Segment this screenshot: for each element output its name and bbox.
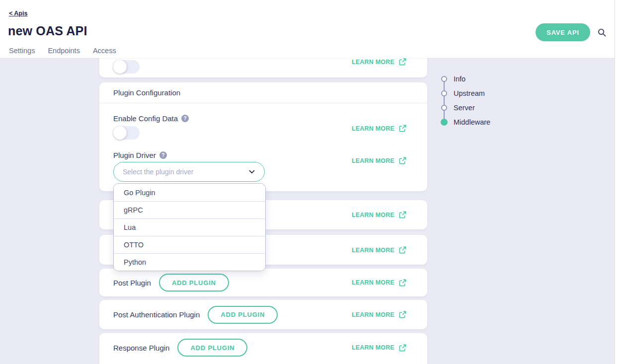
step-circle-icon: [441, 90, 447, 96]
dropdown-option-python[interactable]: Python: [114, 253, 265, 271]
external-link-icon: [399, 211, 406, 218]
step-circle-active-icon: [441, 119, 448, 126]
external-link-icon: [399, 311, 406, 318]
section-title: Plugin Configuration: [113, 88, 180, 97]
external-link-icon: [399, 279, 406, 287]
stepper-label: Middleware: [454, 118, 490, 126]
add-plugin-button[interactable]: ADD PLUGIN: [159, 274, 229, 291]
post-plugin-label: Post Plugin: [113, 279, 151, 287]
learn-more-label: LEARN MORE: [352, 157, 394, 164]
post-authentication-plugin-card: Post Authentication Plugin ADD PLUGIN LE…: [99, 300, 427, 329]
learn-more-link[interactable]: LEARN MORE: [352, 311, 406, 318]
add-plugin-button[interactable]: ADD PLUGIN: [208, 306, 278, 324]
plugin-driver-dropdown: Go Plugin gRPC Lua OTTO Python: [113, 183, 266, 271]
search-button[interactable]: [596, 28, 607, 39]
toggle-knob: [113, 126, 127, 140]
post-plugin-row: Post Plugin ADD PLUGIN LEARN MORE: [99, 269, 427, 296]
learn-more-link[interactable]: LEARN MORE: [352, 279, 406, 287]
post-authentication-plugin-row: Post Authentication Plugin ADD PLUGIN LE…: [99, 300, 427, 329]
learn-more-link[interactable]: LEARN MORE: [352, 344, 406, 352]
dropdown-option-otto[interactable]: OTTO: [114, 236, 265, 253]
tab-settings[interactable]: Settings: [9, 47, 35, 55]
stepper-dot-wrap: [438, 90, 451, 96]
help-icon[interactable]: ?: [159, 151, 167, 159]
page-header: < Apis new OAS API SAVE API Settings End…: [0, 0, 619, 58]
external-link-icon: [399, 58, 406, 66]
response-plugin-row: Response Plugin ADD PLUGIN LEARN MORE: [99, 333, 427, 362]
plugin-driver-text: Plugin Driver: [113, 151, 156, 159]
stepper-item-server[interactable]: Server: [438, 100, 490, 115]
enable-config-data-label: Enable Config Data ?: [113, 114, 189, 123]
learn-more-label: LEARN MORE: [352, 247, 394, 254]
step-circle-icon: [441, 105, 447, 111]
learn-more-label: LEARN MORE: [352, 344, 394, 351]
chevron-down-icon: [247, 167, 256, 176]
post-plugin-card: Post Plugin ADD PLUGIN LEARN MORE: [99, 269, 427, 296]
tab-access[interactable]: Access: [93, 47, 116, 55]
dropdown-option-grpc[interactable]: gRPC: [114, 201, 265, 218]
learn-more-link[interactable]: LEARN MORE: [352, 246, 406, 254]
search-icon: [597, 28, 607, 37]
response-plugin-label: Response Plugin: [113, 344, 169, 352]
section-stepper: Info Upstream Server Middleware: [438, 72, 490, 129]
external-link-icon: [399, 157, 406, 164]
external-link-icon: [399, 246, 406, 254]
stepper-dot-wrap: [438, 76, 451, 82]
dropdown-option-go-plugin[interactable]: Go Plugin: [114, 184, 265, 201]
select-placeholder: Select the plugin driver: [123, 168, 247, 176]
learn-more-label: LEARN MORE: [352, 125, 394, 132]
section-divider: [99, 103, 427, 103]
dropdown-option-lua[interactable]: Lua: [114, 218, 265, 236]
vertical-scrollbar[interactable]: [615, 0, 619, 364]
add-plugin-button[interactable]: ADD PLUGIN: [177, 339, 247, 357]
stepper-item-info[interactable]: Info: [438, 72, 490, 86]
stepper-label: Upstream: [454, 89, 485, 97]
stepper-label: Info: [454, 75, 465, 83]
plugin-driver-select[interactable]: Select the plugin driver: [113, 162, 265, 182]
save-api-button[interactable]: SAVE API: [536, 23, 590, 41]
plugin-driver-label: Plugin Driver ?: [113, 151, 167, 159]
post-authentication-plugin-label: Post Authentication Plugin: [113, 310, 200, 319]
enable-config-data-text: Enable Config Data: [113, 114, 178, 123]
external-link-icon: [399, 344, 406, 352]
step-circle-icon: [441, 76, 447, 82]
learn-more-label: LEARN MORE: [352, 212, 394, 218]
learn-more-link[interactable]: LEARN MORE: [352, 211, 406, 218]
tab-bar: Settings Endpoints Access: [9, 47, 116, 55]
external-link-icon: [399, 125, 406, 132]
tab-endpoints[interactable]: Endpoints: [48, 47, 80, 55]
help-icon[interactable]: ?: [181, 115, 189, 122]
oas-api-designer-page: LEARN MORE Plugin Configuration Enable C…: [0, 0, 619, 364]
learn-more-label: LEARN MORE: [352, 311, 394, 318]
toggle-knob: [113, 60, 127, 73]
response-plugin-card: Response Plugin ADD PLUGIN LEARN MORE: [99, 333, 427, 364]
learn-more-label: LEARN MORE: [352, 59, 394, 66]
toggle-off[interactable]: [113, 60, 140, 73]
enable-config-data-toggle[interactable]: [113, 126, 140, 140]
plugin-configuration-card: Plugin Configuration Enable Config Data …: [99, 82, 427, 191]
learn-more-link[interactable]: LEARN MORE: [352, 125, 406, 132]
page-title: new OAS API: [8, 24, 87, 38]
stepper-dot-wrap: [438, 105, 451, 111]
learn-more-label: LEARN MORE: [352, 279, 394, 286]
stepper-item-middleware[interactable]: Middleware: [438, 115, 490, 129]
breadcrumb-back-to-apis[interactable]: < Apis: [9, 10, 27, 17]
learn-more-link[interactable]: LEARN MORE: [352, 157, 406, 164]
stepper-label: Server: [454, 104, 475, 112]
learn-more-link[interactable]: LEARN MORE: [352, 58, 406, 66]
stepper-item-upstream[interactable]: Upstream: [438, 86, 490, 100]
stepper-dot-wrap: [438, 119, 451, 126]
